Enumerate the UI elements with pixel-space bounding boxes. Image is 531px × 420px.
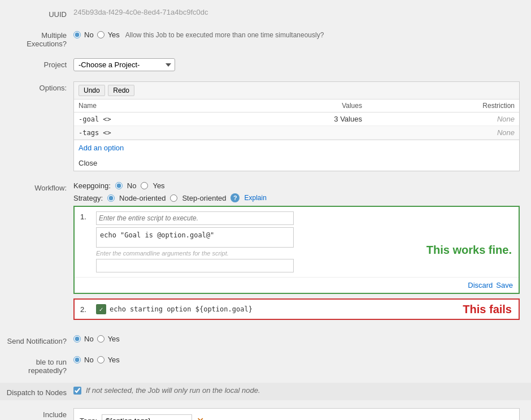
step-1-script-input[interactable] <box>96 211 294 225</box>
step-1-status: This works fine. <box>426 244 512 257</box>
uuid-label: UUID <box>0 8 73 19</box>
workflow-label: Workflow: <box>0 181 73 192</box>
send-notif-no-radio[interactable] <box>73 335 81 343</box>
undo-button[interactable]: Undo <box>79 85 105 96</box>
step-1-box: 1. echo "Goal is @option.goal@" Enter th… <box>73 206 520 294</box>
step-2-command: echo starting option ${option.goal} <box>110 305 253 313</box>
workflow-section: Keepgoing: No Yes Strategy: Node-oriente… <box>73 181 520 320</box>
option-name-2: -tags <> <box>79 129 111 137</box>
option-name-1: -goal <> <box>79 115 111 123</box>
options-toolbar: Undo Redo <box>74 82 519 99</box>
option-values-2 <box>229 126 367 140</box>
strategy-node-radio[interactable] <box>107 194 115 202</box>
options-panel: Undo Redo Name Values Restriction -goal … <box>73 81 520 171</box>
project-label: Project <box>0 58 73 69</box>
explain-link[interactable]: Explain <box>244 194 266 202</box>
notification-group: No Yes <box>73 335 525 343</box>
multiple-exec-no-radio[interactable] <box>73 31 81 38</box>
multiple-exec-yes-radio[interactable] <box>97 31 105 38</box>
options-table: Name Values Restriction -goal <> 3 Value… <box>74 99 519 140</box>
step-2-box: 2. ✓ echo starting option ${option.goal}… <box>73 298 520 320</box>
col-name: Name <box>74 99 229 112</box>
add-option-link[interactable]: Add an option <box>79 144 124 152</box>
strategy-label: Strategy: <box>73 194 103 202</box>
options-label: Options: <box>0 81 73 92</box>
col-restriction: Restriction <box>367 99 519 112</box>
option-restriction-2: None <box>367 126 519 140</box>
step-2-header: 2. ✓ echo starting option ${option.goal}… <box>75 300 519 319</box>
close-link[interactable]: Close <box>79 159 97 167</box>
dispatch-checkbox[interactable] <box>73 387 81 395</box>
redo-button[interactable]: Redo <box>108 85 134 96</box>
me-no-label: No <box>84 31 94 39</box>
step-1-args-input[interactable] <box>96 259 294 272</box>
sn-no-label: No <box>84 335 94 343</box>
step-oriented-label: Step-oriented <box>182 194 226 202</box>
sc-no-label: No <box>84 356 94 364</box>
multiple-executions-label: Multiple Executions? <box>0 29 73 48</box>
script-icon: ✓ <box>96 304 106 314</box>
schedule-yes-radio[interactable] <box>97 356 105 363</box>
keepgoing-row: Keepgoing: No Yes <box>73 181 520 190</box>
multiple-exec-help: Allow this Job to be executed more than … <box>125 31 324 39</box>
tags-row: Tags: ✕ <box>80 414 513 420</box>
dispatch-label: Dispatch to Nodes <box>0 386 73 397</box>
multiple-executions-group: No Yes Allow this Job to be executed mor… <box>73 29 525 39</box>
option-values-1: 3 Values <box>229 112 367 126</box>
step-2-status: This fails <box>463 303 512 316</box>
send-notif-yes-radio[interactable] <box>97 335 105 343</box>
tags-input[interactable] <box>102 414 192 420</box>
dispatch-help: If not selected, the Job will only run o… <box>86 386 260 395</box>
strategy-row: Strategy: Node-oriented Step-oriented ? … <box>73 193 520 202</box>
include-panel: Tags: ✕ Name more... Regular expressions… <box>73 408 520 420</box>
keepgoing-no-radio[interactable] <box>115 182 123 189</box>
options-footer: Add an option <box>74 140 519 155</box>
table-row: -tags <> None <box>74 126 519 140</box>
keepgoing-yes-radio[interactable] <box>141 182 148 189</box>
remove-tag-icon[interactable]: ✕ <box>197 415 204 420</box>
options-close-area: Close <box>74 155 519 171</box>
step-1-header: 1. echo "Goal is @option.goal@" Enter th… <box>75 207 519 277</box>
strategy-step-radio[interactable] <box>170 194 177 202</box>
option-restriction-1: None <box>367 112 519 126</box>
me-yes-label: Yes <box>108 31 120 39</box>
project-select[interactable]: -Choose a Project- <box>73 58 175 71</box>
sn-yes-label: Yes <box>108 335 120 343</box>
kg-no-label: No <box>127 181 137 190</box>
step-2-content: ✓ echo starting option ${option.goal} <box>96 304 253 314</box>
schedule-no-radio[interactable] <box>73 356 81 363</box>
col-values: Values <box>229 99 367 112</box>
send-notification-label: Send Notification? <box>0 335 73 345</box>
discard-link[interactable]: Discard <box>468 281 493 289</box>
step-1-actions: Discard Save <box>75 277 519 293</box>
schedule-group: No Yes <box>73 356 525 364</box>
node-oriented-label: Node-oriented <box>119 194 166 202</box>
save-link[interactable]: Save <box>496 281 513 289</box>
uuid-value: 245b93da-f429-4c0e-8ed4-71a4bc9fc0dc <box>73 6 208 16</box>
help-icon[interactable]: ? <box>230 193 240 202</box>
keepgoing-label: Keepgoing: <box>73 181 111 190</box>
sc-yes-label: Yes <box>108 356 120 364</box>
kg-yes-label: Yes <box>153 181 164 190</box>
step-1-content: echo "Goal is @option.goal@" Enter the c… <box>96 211 502 272</box>
step-1-number: 1. <box>80 211 92 221</box>
schedule-label: ble to run repeatedly? <box>0 356 73 375</box>
tags-label: Tags: <box>80 417 97 420</box>
step-2-number: 2. <box>80 304 92 314</box>
step-1-code-area: echo "Goal is @option.goal@" <box>96 227 294 248</box>
include-label: Include <box>0 408 73 419</box>
table-row: -goal <> 3 Values None <box>74 112 519 126</box>
